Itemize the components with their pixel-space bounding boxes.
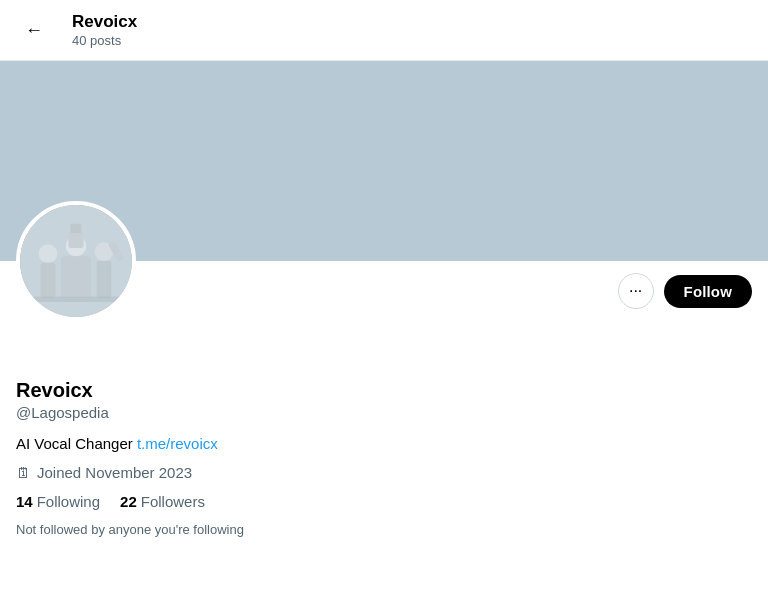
bio-link[interactable]: t.me/revoicx — [137, 435, 218, 452]
avatar-image — [20, 205, 132, 317]
calendar-icon: 🗓 — [16, 464, 31, 481]
svg-rect-2 — [41, 263, 56, 298]
followers-label: Followers — [141, 493, 205, 510]
following-label: Following — [37, 493, 100, 510]
back-button[interactable]: ← — [16, 12, 52, 48]
bio-text: AI Vocal Changer — [16, 435, 137, 452]
following-count: 14 — [16, 493, 33, 510]
back-icon: ← — [25, 20, 43, 41]
svg-rect-4 — [69, 232, 84, 249]
svg-rect-5 — [70, 224, 81, 233]
follow-button[interactable]: Follow — [664, 275, 752, 308]
profile-info: Revoicx @Lagospedia AI Vocal Changer t.m… — [16, 309, 752, 549]
joined-date: Joined November 2023 — [37, 464, 192, 481]
username: @Lagospedia — [16, 404, 752, 421]
header-display-name: Revoicx — [72, 12, 137, 32]
stats-row: 14 Following 22 Followers — [16, 493, 752, 510]
display-name: Revoicx — [16, 379, 752, 402]
more-icon: ··· — [629, 282, 642, 300]
bio: AI Vocal Changer t.me/revoicx — [16, 433, 752, 454]
profile-section: ··· Follow Revoicx @Lagospedia AI Vocal … — [0, 261, 768, 549]
svg-rect-8 — [97, 261, 112, 298]
followers-stat[interactable]: 22 Followers — [120, 493, 205, 510]
following-stat[interactable]: 14 Following — [16, 493, 100, 510]
svg-rect-6 — [61, 257, 91, 299]
more-options-button[interactable]: ··· — [618, 273, 654, 309]
header: ← Revoicx 40 posts — [0, 0, 768, 61]
avatar — [16, 201, 136, 321]
header-posts-count: 40 posts — [72, 33, 137, 48]
not-followed-notice: Not followed by anyone you're following — [16, 522, 752, 537]
svg-rect-10 — [29, 297, 122, 303]
svg-point-1 — [39, 245, 58, 264]
joined-row: 🗓 Joined November 2023 — [16, 464, 752, 481]
header-info: Revoicx 40 posts — [72, 12, 137, 48]
avatar-svg — [20, 205, 132, 317]
followers-count: 22 — [120, 493, 137, 510]
